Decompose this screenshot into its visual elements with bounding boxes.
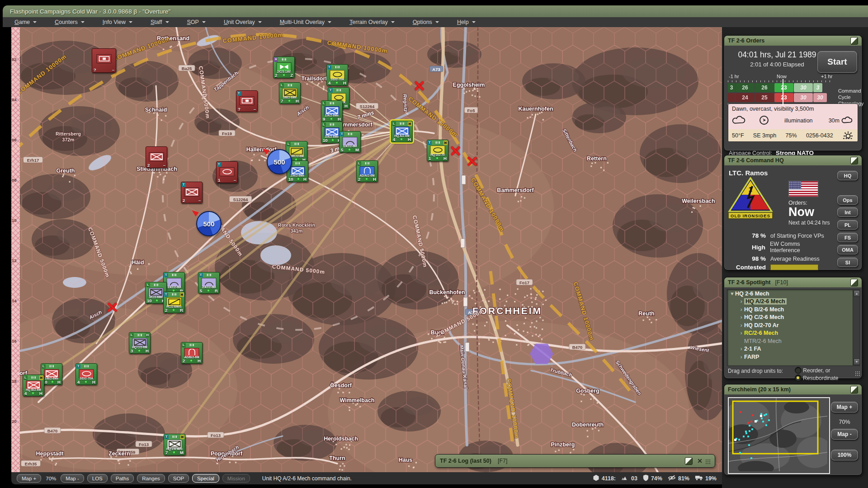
chevron-icon[interactable]: › bbox=[738, 306, 744, 313]
hq-tab-fs[interactable]: FS bbox=[837, 233, 858, 242]
log-panel-bar[interactable]: TF 2-6 Log (last 50) [F7] ✕ bbox=[435, 454, 715, 468]
chevron-icon[interactable]: › bbox=[738, 330, 744, 336]
map-viewport[interactable]: A73A73B470B470Ba25Fo19Fo10Erh17S12264S12… bbox=[11, 27, 722, 472]
scroll-up-icon[interactable]: ▲ bbox=[854, 290, 860, 297]
hex-row-number: 10 bbox=[12, 218, 17, 223]
minimap-panel-header[interactable]: Forchheim (20 x 15 km) bbox=[724, 385, 862, 394]
hq-tab-si[interactable]: SI bbox=[837, 258, 858, 267]
tree-item-mtr-2-6-mech[interactable]: MTR/2-6 Mech bbox=[727, 337, 859, 345]
close-icon[interactable]: ✕ bbox=[697, 458, 703, 464]
toolbar-map--button[interactable]: Map + bbox=[17, 474, 41, 483]
chevron-icon[interactable]: › bbox=[738, 346, 744, 352]
panel-collapse-icon[interactable] bbox=[850, 37, 858, 45]
menu-sop[interactable]: SOP bbox=[182, 19, 218, 25]
unit-counter[interactable]: T1/D/2-70A4H bbox=[326, 64, 348, 86]
tree-item-hq-c-2-6-mech[interactable]: ›HQ C/2-6 Mech bbox=[727, 314, 859, 322]
toolbar-paths-button[interactable]: Paths bbox=[111, 474, 134, 483]
unit-counter[interactable]: THRC/2-6Mec2R bbox=[163, 291, 185, 313]
now-marker bbox=[783, 79, 783, 105]
strength-pips bbox=[32, 376, 36, 379]
radio-resubordinate[interactable]: Resubordinate bbox=[795, 375, 838, 381]
stat-label: of Starting Force VPs bbox=[770, 233, 824, 239]
chevron-icon[interactable]: › bbox=[738, 298, 744, 305]
panel-collapse-icon[interactable] bbox=[685, 457, 693, 465]
unit-counter[interactable]: T2/AT/2-6M5R bbox=[198, 272, 220, 294]
orders-panel-title: TF 2-6 Orders bbox=[728, 38, 764, 44]
unit-posture: H bbox=[92, 380, 95, 385]
tree-item-hq-b-2-6-mech[interactable]: ›HQ B/2-6 Mech bbox=[727, 305, 859, 314]
counter-corner-letter: L bbox=[280, 83, 284, 88]
chevron-icon[interactable]: › bbox=[738, 322, 744, 328]
chevron-icon[interactable]: › bbox=[738, 354, 744, 360]
panel-collapse-icon[interactable] bbox=[850, 386, 858, 394]
counter-corner-letter: L bbox=[42, 364, 46, 369]
tree-item-hq-a-2-6-mech[interactable]: ›HQ A/2-6 Mech bbox=[727, 298, 859, 306]
hq-tab-pl[interactable]: PL bbox=[837, 220, 858, 230]
enemy-counter[interactable]: 2– bbox=[146, 146, 167, 168]
menu-info-view[interactable]: Info View bbox=[97, 19, 145, 25]
artillery-mission-marker[interactable]: 500 bbox=[267, 149, 292, 174]
unit-counter[interactable]: LAD/B/2-6M2H bbox=[181, 342, 203, 364]
unit-counter[interactable]: THHQ D/2-701H bbox=[427, 140, 448, 161]
resize-grip-icon[interactable] bbox=[705, 459, 710, 464]
panel-collapse-icon[interactable] bbox=[850, 157, 858, 164]
enemy-counter[interactable]: T1– bbox=[216, 161, 238, 183]
unit-counter[interactable]: LHHQ B/2-6M4H bbox=[23, 375, 44, 396]
cycle-cell: 24 bbox=[736, 93, 755, 102]
unit-counter[interactable]: LHHQ C/2-6M3H bbox=[129, 332, 151, 354]
enemy-counter[interactable]: ?– bbox=[92, 48, 116, 73]
scrollbar[interactable]: ▲ ▼ bbox=[853, 290, 859, 366]
menu-help[interactable]: Help bbox=[452, 19, 488, 25]
map-zoom-out-button[interactable]: Map - bbox=[831, 429, 858, 440]
toolbar-special-button[interactable]: Special bbox=[192, 474, 219, 483]
unit-counter[interactable]: R2/C/3-1AV2Z bbox=[273, 56, 295, 78]
chevron-icon[interactable]: ▾ bbox=[729, 290, 735, 297]
menu-terrain-overlay[interactable]: Terrain Overlay bbox=[344, 19, 407, 25]
hq-tab-oma[interactable]: OMA bbox=[837, 245, 858, 254]
menu-staff[interactable]: Staff bbox=[145, 19, 182, 25]
chevron-down-icon bbox=[328, 21, 331, 23]
toolbar-sop-button[interactable]: SOP bbox=[168, 474, 189, 483]
unit-counter[interactable]: L1/A/2-6Me9H bbox=[321, 100, 343, 122]
toolbar-map--button[interactable]: Map - bbox=[61, 474, 84, 483]
enemy-counter[interactable]: T2– bbox=[181, 182, 203, 203]
hq-tab-hq[interactable]: HQ bbox=[837, 171, 858, 180]
artillery-mission-marker[interactable]: 500 bbox=[196, 211, 222, 236]
menu-multi-unit-overlay[interactable]: Multi-Unit Overlay bbox=[274, 19, 344, 25]
menu-unit-overlay[interactable]: Unit Overlay bbox=[218, 19, 274, 25]
orders-panel-header[interactable]: TF 2-6 Orders bbox=[724, 36, 862, 46]
unit-counter[interactable]: L3/B/2-6Me7H bbox=[279, 82, 301, 104]
map-row-ruler: 02040608101214161820 bbox=[11, 27, 20, 472]
hq-tab-ops[interactable]: Ops bbox=[837, 195, 858, 205]
hq-tab-int[interactable]: Int bbox=[837, 207, 858, 217]
hq-panel-header[interactable]: TF 2-6 Command HQ bbox=[724, 155, 862, 165]
unit-counter[interactable]: T1/AT/2-6M5M bbox=[339, 131, 361, 153]
shield-icon bbox=[643, 474, 649, 483]
tree-item-hq-2-6-mech[interactable]: ▾HQ 2-6 Mech bbox=[727, 290, 859, 298]
map-zoom-in-button[interactable]: Map + bbox=[831, 402, 858, 413]
tree-item-rc-2-6-mech[interactable]: ›RC/2-6 Mech bbox=[727, 329, 859, 338]
panel-collapse-icon[interactable] bbox=[850, 279, 858, 286]
unit-counter[interactable]: LAD/A/2-6M2H bbox=[356, 160, 378, 182]
unit-counter[interactable]: THHQ 2-6 Mec7M bbox=[164, 434, 185, 455]
scroll-down-icon[interactable]: ▼ bbox=[854, 358, 860, 365]
toolbar-ranges-button[interactable]: Ranges bbox=[137, 474, 165, 483]
toolbar-los-button[interactable]: LOS bbox=[87, 474, 108, 483]
tree-item-hq-d-2-70-ar[interactable]: ›HQ D/2-70 Ar bbox=[727, 321, 859, 329]
spotlight-panel-header[interactable]: TF 2-6 Spotlight [F10] bbox=[724, 277, 862, 287]
radio-reorder[interactable]: Reorder, or bbox=[795, 367, 830, 374]
chevron-icon[interactable]: › bbox=[738, 314, 744, 320]
unit-counter[interactable]: T3/D/2-70A4H bbox=[75, 363, 97, 385]
resize-grip-icon[interactable] bbox=[855, 371, 860, 376]
minimap[interactable] bbox=[728, 397, 830, 474]
map-zoom-100-button[interactable]: 100% bbox=[831, 450, 858, 460]
menu-options[interactable]: Options bbox=[407, 19, 452, 25]
tree-item-2-1-fa[interactable]: ›2-1 FA bbox=[727, 345, 859, 353]
tree-item-farp[interactable]: ›FARP bbox=[727, 353, 859, 361]
chevron-down-icon bbox=[202, 21, 206, 23]
unit-counter[interactable]: LHHQ A/2-6M4H bbox=[391, 121, 413, 142]
menu-counters[interactable]: Counters bbox=[49, 19, 97, 25]
enemy-counter[interactable]: T?– bbox=[236, 90, 258, 112]
menu-game[interactable]: Game bbox=[9, 19, 49, 25]
start-button[interactable]: Start bbox=[817, 51, 857, 73]
